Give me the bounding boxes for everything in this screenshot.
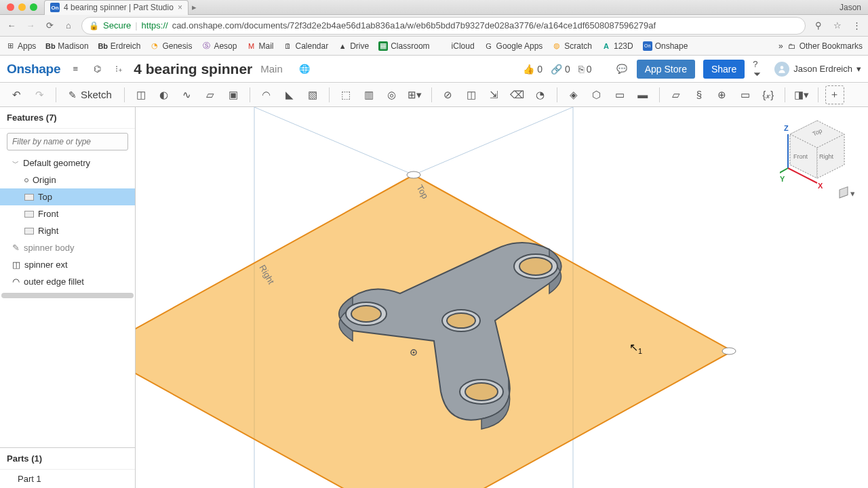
bookmark-google-apps[interactable]: GGoogle Apps [484,41,543,51]
close-tab-icon[interactable]: × [178,3,182,12]
onshape-logo[interactable]: Onshape [7,62,60,77]
other-bookmarks[interactable]: 🗀Other Bookmarks [787,41,863,51]
extrude-icon[interactable]: ◫ [132,85,151,104]
svg-text:X: X [818,182,823,190]
shell-icon[interactable]: ⬚ [336,85,355,104]
section-view-icon[interactable]: ◨▾ [792,85,811,104]
svg-line-3 [254,107,414,175]
plane-icon[interactable]: ▱ [667,85,686,104]
add-feature-icon[interactable]: ＋ [825,85,844,104]
document-title[interactable]: 4 bearing spinner [134,61,252,77]
delete-face-icon[interactable]: ⌫ [508,85,527,104]
user-menu[interactable]: Jason Erdreich ▾ [774,62,861,77]
bookmark-madison[interactable]: BbMadison [45,41,88,51]
bookmark-mail[interactable]: MMail [246,41,273,51]
likes-count[interactable]: 👍0 [523,64,542,75]
minimize-window-icon[interactable] [18,3,26,11]
bookmark-123d[interactable]: A123D [601,41,633,51]
origin-node[interactable]: Origin [0,171,135,188]
bookmark-aesop[interactable]: ⓈAesop [201,41,237,51]
3d-viewport[interactable]: Top Right ↖1 [136,107,868,488]
variable-icon[interactable]: {𝓍} [759,85,778,104]
bookmark-calendar[interactable]: 🗓Calendar [283,41,328,51]
bookmark-overflow[interactable]: » [778,41,783,51]
svg-point-7 [722,348,736,354]
svg-point-9 [351,306,381,322]
reload-button[interactable]: ⟳ [43,20,56,30]
links-count[interactable]: 🔗0 [551,64,570,75]
fillet-icon[interactable]: ◠ [257,85,276,104]
draft-icon[interactable]: ▧ [303,85,322,104]
app-header: Onshape ≡ ⌬ ⁝₊ 4 bearing spinner Main 🌐 … [0,56,868,83]
rib-icon[interactable]: ▥ [359,85,378,104]
sheet-metal-icon[interactable]: ▭ [736,85,755,104]
copies-count[interactable]: ⎘0 [578,64,592,75]
view-cube[interactable]: Top Front Right Z X Y ▾ [780,114,854,202]
bookmark-star-icon[interactable]: ☆ [831,20,844,30]
undo-button[interactable]: ↶ [7,85,26,104]
modify-fillet-icon[interactable]: ◔ [531,85,550,104]
boolean-icon[interactable]: ⊘ [439,85,458,104]
profile-label[interactable]: Jason [833,3,868,12]
branch-label[interactable]: Main [260,63,283,75]
bookmark-erdreich[interactable]: BbErdreich [98,41,141,51]
new-tab-button[interactable]: ▸ [189,2,201,12]
feature-filter-input[interactable] [7,133,128,150]
bookmark-drive[interactable]: ▲Drive [338,41,369,51]
bookmark-classroom[interactable]: ▦Classroom [378,41,429,51]
hole-icon[interactable]: ◎ [382,85,401,104]
apps-bookmark[interactable]: ⊞Apps [5,41,36,51]
comments-icon[interactable]: 💬 [615,62,629,76]
menu-icon[interactable]: ⋮ [850,20,863,30]
appstore-button[interactable]: App Store [637,60,695,79]
url-protocol: https:// [142,20,168,30]
url-text: cad.onshape.com/documents/72f3d2e2b4ae56… [172,20,656,30]
link-icon: 🔗 [551,64,562,75]
browser-tab[interactable]: On 4 bearing spinner | Part Studio × [44,0,189,15]
translate-icon[interactable]: ⚲ [812,20,825,30]
maximize-window-icon[interactable] [30,3,37,11]
window-controls [0,3,44,11]
globe-icon[interactable]: 🌐 [298,62,311,76]
spinner-ext-node[interactable]: ◫spinner ext [0,256,135,273]
share-button[interactable]: Share [703,60,745,79]
help-icon[interactable]: ?⏷ [753,62,766,76]
sweep-icon[interactable]: ∿ [178,85,197,104]
helix-icon[interactable]: § [690,85,709,104]
nav-menu-icon[interactable]: ≡ [68,62,82,76]
chamfer-icon[interactable]: ◣ [280,85,299,104]
transform-icon[interactable]: ⇲ [485,85,504,104]
tree-scrollbar[interactable] [1,293,134,298]
right-plane-node[interactable]: Right [0,222,135,239]
plane-icon [24,194,34,201]
parts-panel: Parts (1) Part 1 [0,447,135,488]
offset-surface-icon[interactable]: ⬡ [587,85,606,104]
close-window-icon[interactable] [7,3,14,11]
bookmark-scratch[interactable]: ◍Scratch [552,41,592,51]
boundary-surface-icon[interactable]: ▭ [610,85,629,104]
surface-tool-icon[interactable]: ◈ [564,85,583,104]
thicken-icon[interactable]: ▣ [224,85,243,104]
part-item[interactable]: Part 1 [0,470,135,488]
sketch-button[interactable]: ✎Sketch [63,85,117,104]
top-plane-node[interactable]: Top [0,188,135,205]
back-button[interactable]: ← [5,20,18,30]
split-icon[interactable]: ◫ [462,85,481,104]
fill-icon[interactable]: ▬ [633,85,652,104]
home-button[interactable]: ⌂ [62,20,75,30]
insert-menu-icon[interactable]: ⁝₊ [112,62,125,76]
pattern-icon[interactable]: ⊞▾ [406,85,425,104]
outer-fillet-node[interactable]: ◠outer edge fillet [0,273,135,290]
loft-icon[interactable]: ▱ [201,85,220,104]
bookmark-onshape[interactable]: OnOnshape [643,41,688,51]
front-plane-node[interactable]: Front [0,205,135,222]
mate-connector-icon[interactable]: ⊕ [713,85,732,104]
tree-menu-icon[interactable]: ⌬ [90,62,104,76]
bookmark-genesis[interactable]: ◔Genesis [150,41,192,51]
default-geometry-node[interactable]: ﹀Default geometry [0,155,135,171]
bookmark-icloud[interactable]: iCloud [439,41,475,51]
revolve-icon[interactable]: ◐ [155,85,174,104]
url-field[interactable]: 🔒 Secure | https://cad.onshape.com/docum… [81,17,806,35]
spinner-body-sketch-node[interactable]: ✎spinner body [0,239,135,256]
tab-title: 4 bearing spinner | Part Studio [64,3,174,12]
